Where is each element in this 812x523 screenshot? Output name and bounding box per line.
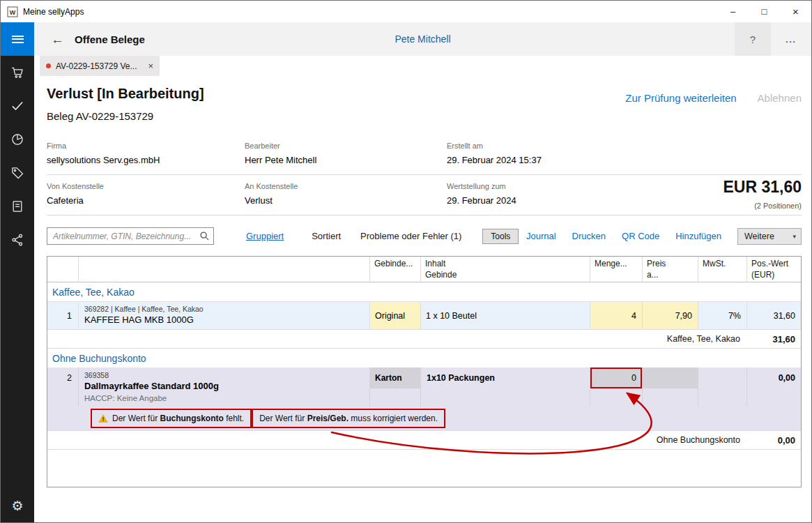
maximize-icon[interactable]: □: [749, 1, 780, 22]
row-number: 2: [47, 367, 79, 407]
sidebar-item-cart[interactable]: [1, 56, 34, 89]
preis-cell-empty[interactable]: [643, 367, 698, 407]
field-erstellt-am: Erstellt am 29. Februar 2024 15:37: [447, 142, 802, 165]
item-description: 369358 Dallmayrkaffee Standard 1000g HAC…: [79, 367, 370, 407]
add-item-link[interactable]: Hinzufügen: [675, 231, 721, 241]
col-inhalt-gebinde[interactable]: Inhalt Gebinde: [421, 257, 590, 282]
close-icon[interactable]: ×: [780, 1, 811, 22]
sidebar-item-journal[interactable]: [1, 190, 34, 223]
col-preis[interactable]: Preis a...: [643, 257, 698, 282]
mwst-cell: 7%: [698, 302, 747, 329]
title-bar: W Meine sellyApps – □ ×: [1, 1, 811, 22]
validation-warnings: Der Wert für Buchungskonto fehlt. Der We…: [47, 407, 801, 430]
search-input[interactable]: [47, 227, 214, 245]
sidebar-item-reports[interactable]: [1, 123, 34, 156]
more-options-icon[interactable]: …: [771, 22, 811, 56]
tools-button[interactable]: Tools: [482, 229, 519, 244]
mwst-cell: [698, 367, 747, 407]
col-gebinde[interactable]: Gebinde...: [370, 257, 421, 282]
group-subtotal-ohne-buchungskonto: Ohne Buchungskonto 0,00: [47, 430, 801, 450]
col-menge[interactable]: Menge...: [590, 257, 643, 282]
problems-filter[interactable]: Probleme oder Fehler (1): [360, 231, 461, 241]
tab-bar: AV-0229-153729 Ve... ×: [34, 56, 811, 76]
gebinde-cell[interactable]: Karton: [370, 367, 421, 407]
pie-chart-icon: [10, 132, 24, 146]
item-toolbar: Gruppiert Sortiert Probleme oder Fehler …: [47, 227, 802, 245]
warning-icon: [98, 414, 108, 423]
chevron-down-icon: ▾: [792, 233, 796, 240]
inhalt-cell: 1 x 10 Beutel: [421, 302, 590, 329]
preis-cell[interactable]: 7,90: [643, 302, 698, 329]
pos-wert-cell: 31,60: [747, 302, 801, 329]
forward-for-review-button[interactable]: Zur Prüfung weiterleiten: [625, 92, 736, 104]
col-pos-wert[interactable]: Pos.-Wert (EUR): [747, 257, 801, 282]
table-header-row: Gebinde... Inhalt Gebinde Menge... Preis…: [47, 257, 801, 282]
inhalt-cell: 1x10 Packungen: [421, 367, 590, 407]
page-title: Offene Belege: [75, 33, 145, 45]
sidebar-spacer: [1, 257, 34, 489]
menge-cell-error[interactable]: 0: [590, 367, 643, 407]
table-row[interactable]: 1 369282 | Kaffee | Kaffee, Tee, Kakao K…: [47, 301, 801, 329]
group-subtotal-kaffee: Kaffee, Tee, Kakao 31,60: [47, 329, 801, 349]
field-bearbeiter: Bearbeiter Herr Pete Mitchell: [245, 142, 447, 165]
help-icon[interactable]: ?: [735, 22, 771, 56]
sidebar-item-tasks[interactable]: [1, 89, 34, 123]
col-mwst[interactable]: MwSt.: [698, 257, 747, 282]
item-description: 369282 | Kaffee | Kaffee, Tee, Kakao KAF…: [79, 302, 370, 329]
back-arrow-icon[interactable]: ←: [51, 33, 64, 46]
table-row-with-errors[interactable]: 2 369358 Dallmayrkaffee Standard 1000g H…: [47, 367, 801, 430]
menu-icon[interactable]: [1, 22, 34, 56]
grouped-toggle[interactable]: Gruppiert: [246, 231, 284, 241]
app-window: W Meine sellyApps – □ ×: [0, 0, 812, 523]
col-description: [79, 257, 370, 282]
pos-wert-cell: 0,00: [747, 367, 801, 407]
group-header-kaffee[interactable]: Kaffee, Tee, Kakao: [47, 282, 801, 301]
tab-close-icon[interactable]: ×: [148, 61, 153, 70]
cart-icon: [10, 66, 24, 79]
row-number: 1: [47, 302, 79, 329]
tab-label: AV-0229-153729 Ve...: [56, 61, 143, 71]
document-total: EUR 31,60 (2 Positionen): [723, 178, 802, 210]
sorted-toggle[interactable]: Sortiert: [312, 231, 341, 241]
field-firma: Firma sellysolutions Serv.ges.mbH: [47, 142, 245, 165]
sidebar: ⚙: [1, 22, 34, 522]
tag-icon: [10, 166, 24, 180]
document-content: Verlust [In Bearbeitung] Zur Prüfung wei…: [34, 76, 811, 522]
field-an-kostenstelle: An Kostenstelle Verlust: [245, 182, 447, 206]
sidebar-item-settings[interactable]: ⚙: [1, 489, 34, 522]
document-number: Beleg AV-0229-153729: [47, 110, 802, 122]
svg-text:W: W: [10, 8, 16, 15]
items-table: Gebinde... Inhalt Gebinde Menge... Preis…: [47, 256, 802, 487]
document-info: Firma sellysolutions Serv.ges.mbH Bearbe…: [47, 135, 802, 215]
share-icon: [10, 233, 24, 247]
sidebar-item-articles[interactable]: [1, 156, 34, 190]
info-row-1: Firma sellysolutions Serv.ges.mbH Bearbe…: [47, 135, 802, 175]
tab-unsaved-dot: [46, 63, 51, 68]
page-header: ← Offene Belege Pete Mitchell ? …: [34, 22, 811, 56]
total-amount: EUR 31,60: [723, 178, 802, 197]
reject-button[interactable]: Ablehnen: [758, 92, 802, 104]
warning-buchungskonto: Der Wert für Buchungskonto fehlt.: [91, 409, 252, 428]
col-num: [47, 257, 79, 282]
search-box: [47, 227, 214, 245]
menge-cell[interactable]: 4: [590, 302, 643, 329]
field-von-kostenstelle: Von Kostenstelle Cafeteria: [47, 182, 245, 206]
journal-link[interactable]: Journal: [526, 231, 556, 241]
warning-preis: Der Wert für Preis/Geb. muss korrigiert …: [252, 409, 445, 428]
tab-document[interactable]: AV-0229-153729 Ve... ×: [40, 56, 160, 76]
qr-code-link[interactable]: QR Code: [622, 231, 659, 241]
gebinde-cell[interactable]: Original: [370, 302, 421, 329]
group-header-ohne-buchungskonto[interactable]: Ohne Buchungskonto: [47, 349, 801, 367]
info-row-2: Von Kostenstelle Cafeteria An Kostenstel…: [47, 175, 802, 215]
current-user[interactable]: Pete Mitchell: [394, 33, 450, 45]
search-icon: [199, 231, 210, 241]
minimize-icon[interactable]: –: [717, 1, 749, 22]
window-title: Meine sellyApps: [23, 7, 717, 17]
check-icon: [10, 99, 24, 113]
book-icon: [10, 199, 24, 213]
gear-icon: ⚙: [11, 499, 23, 513]
print-link[interactable]: Drucken: [572, 231, 606, 241]
sidebar-item-share[interactable]: [1, 223, 34, 257]
more-dropdown[interactable]: Weitere ▾: [737, 228, 802, 245]
position-count: (2 Positionen): [723, 202, 802, 210]
